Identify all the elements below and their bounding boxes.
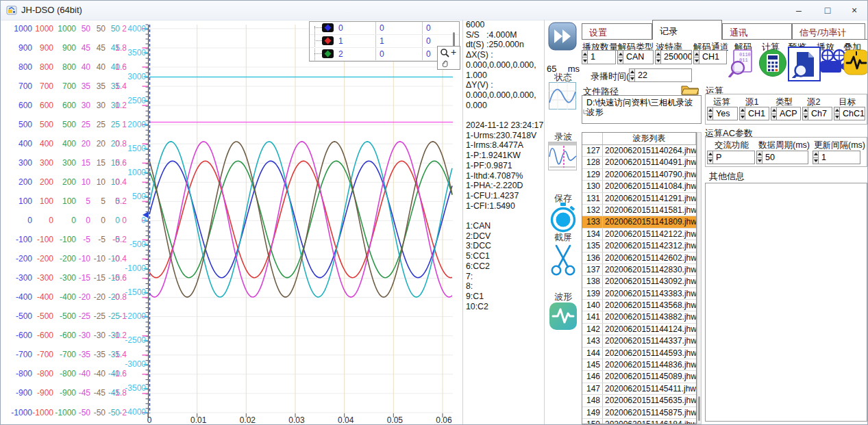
spinner-value[interactable]: ChC1 (840, 107, 865, 120)
other-info-box[interactable] (705, 183, 867, 422)
file-row[interactable]: 14320200620151144337.jhw (582, 335, 696, 347)
spinner-value[interactable]: Yes (713, 107, 738, 120)
operation-target-spinner[interactable]: ChC1 (834, 107, 865, 120)
record-time-spinner[interactable]: 22 (629, 68, 692, 82)
file-row[interactable]: 13420200620151142122.jhw (582, 229, 696, 240)
file-row[interactable]: 13820200620151143092.jhw (582, 276, 696, 287)
operation-type-spinner[interactable]: ACP (771, 107, 801, 120)
tab-settings[interactable]: 设置 (582, 23, 652, 40)
spinner-value[interactable]: CH1 (745, 107, 769, 120)
fast-forward-button[interactable] (548, 22, 577, 51)
spinner-arrows[interactable] (834, 107, 840, 120)
waveform-tile-icon[interactable] (549, 302, 578, 333)
spinner-arrows[interactable] (707, 151, 713, 164)
spinner-arrows[interactable] (617, 50, 623, 64)
spinner-down-button[interactable] (834, 114, 840, 121)
operation-source2-spinner[interactable]: Ch7 (802, 107, 832, 120)
spinner-up-button[interactable] (802, 107, 808, 114)
data-period-spinner[interactable]: 50 (756, 151, 808, 164)
spinner-down-button[interactable] (756, 158, 762, 165)
spinner-up-button[interactable] (813, 151, 819, 158)
zoom-plus-icon[interactable]: + (451, 47, 456, 57)
spinner-arrows[interactable] (582, 50, 588, 64)
spinner-arrows[interactable] (756, 151, 762, 164)
maximize-button[interactable]: □ (814, 1, 841, 20)
file-row[interactable]: 15020200620151146184.jhw (582, 419, 696, 424)
file-list-scrollbar[interactable] (697, 132, 702, 424)
operation-source1-spinner[interactable]: CH1 (739, 107, 769, 120)
file-row[interactable]: 14220200620151144124.jhw (582, 324, 696, 335)
spinner-arrows[interactable] (655, 50, 661, 64)
file-row[interactable]: 14520200620151144836.jhw (582, 359, 696, 371)
file-row[interactable]: 14620200620151145089.jhw (582, 371, 696, 383)
file-row[interactable]: 12920200620151140790.jhw (582, 169, 696, 181)
preview-button[interactable] (788, 47, 821, 81)
spinner-value[interactable]: 50 (762, 151, 808, 164)
spinner-value[interactable]: ACP (777, 107, 801, 120)
spinner-up-button[interactable] (629, 68, 635, 76)
decode-type-spinner[interactable]: CAN (617, 50, 654, 64)
file-row[interactable]: 12720200620151140264.jhw (582, 145, 696, 157)
spinner-value[interactable]: 22 (635, 68, 692, 82)
spinner-value[interactable]: 250000 (661, 50, 692, 64)
file-row[interactable]: 13620200620151142602.jhw (582, 253, 696, 264)
ac-function-spinner[interactable]: P (707, 151, 755, 164)
spinner-arrows[interactable] (813, 151, 819, 164)
file-row[interactable]: 13920200620151143383.jhw (582, 288, 696, 300)
spinner-value[interactable]: 1 (819, 151, 860, 164)
spinner-up-button[interactable] (655, 50, 661, 57)
spinner-arrows[interactable] (771, 107, 777, 120)
spinner-down-button[interactable] (802, 114, 808, 121)
spinner-down-button[interactable] (707, 158, 713, 165)
spinner-arrows[interactable] (629, 68, 635, 82)
spinner-up-button[interactable] (771, 107, 777, 114)
calc-button[interactable] (758, 49, 787, 77)
legend-swatch[interactable] (322, 23, 334, 32)
spinner-value[interactable]: 1 (588, 50, 616, 64)
playback-count-spinner[interactable]: 1 (582, 50, 616, 64)
spinner-down-button[interactable] (693, 57, 699, 64)
file-row[interactable]: 13220200620151141581.jhw (582, 205, 696, 216)
file-row[interactable]: 13320200620151141809.jhw (582, 216, 696, 228)
file-list-scrollbar-thumb[interactable] (698, 396, 700, 421)
spinner-down-button[interactable] (739, 114, 745, 121)
spinner-arrows[interactable] (707, 107, 713, 120)
pan-hand-icon[interactable] (441, 58, 450, 70)
overlay-button[interactable] (843, 49, 868, 76)
spinner-arrows[interactable] (739, 107, 745, 120)
spinner-value[interactable]: CAN (623, 50, 654, 64)
file-row[interactable]: 14720200620151145411.jhw (582, 383, 696, 395)
file-row[interactable]: 13020200620151141084.jhw (582, 181, 696, 192)
spinner-arrows[interactable] (802, 107, 808, 120)
decode-channel-spinner[interactable]: CH1 (693, 50, 727, 64)
file-row[interactable]: 13120200620151141291.jhw (582, 193, 696, 205)
status-thumbnail-button[interactable] (549, 82, 576, 112)
legend-swatch[interactable] (322, 36, 334, 45)
record-thumbnail-button[interactable] (548, 142, 577, 173)
file-row[interactable]: 14820200620151145635.jhw (582, 395, 696, 407)
file-row[interactable]: 12820200620151140491.jhw (582, 157, 696, 168)
spinner-up-button[interactable] (834, 107, 840, 114)
spinner-down-button[interactable] (707, 114, 713, 121)
file-row[interactable]: 14120200620151143882.jhw (582, 311, 696, 323)
spinner-up-button[interactable] (739, 107, 745, 114)
legend-row[interactable]: 000 (310, 22, 459, 35)
spinner-up-button[interactable] (756, 151, 762, 158)
tab-signal-power[interactable]: 信号/功率计 (792, 23, 865, 40)
minimize-button[interactable]: – (785, 1, 813, 20)
file-row[interactable]: 14920200620151145875.jhw (582, 407, 696, 419)
file-row[interactable]: 13520200620151142312.jhw (582, 240, 696, 252)
spinner-up-button[interactable] (707, 107, 713, 114)
spinner-down-button[interactable] (582, 57, 588, 64)
spinner-down-button[interactable] (629, 76, 635, 83)
waveform-graph[interactable] (1, 20, 461, 425)
spinner-up-button[interactable] (693, 50, 699, 57)
spinner-down-button[interactable] (655, 57, 661, 64)
browse-folder-button[interactable] (679, 82, 701, 96)
spinner-down-button[interactable] (617, 57, 623, 64)
spinner-down-button[interactable] (771, 114, 777, 121)
spinner-arrows[interactable] (693, 50, 699, 64)
legend-swatch[interactable] (322, 49, 334, 58)
file-row[interactable]: 14020200620151143568.jhw (582, 300, 696, 311)
file-row[interactable]: 13720200620151142830.jhw (582, 264, 696, 276)
